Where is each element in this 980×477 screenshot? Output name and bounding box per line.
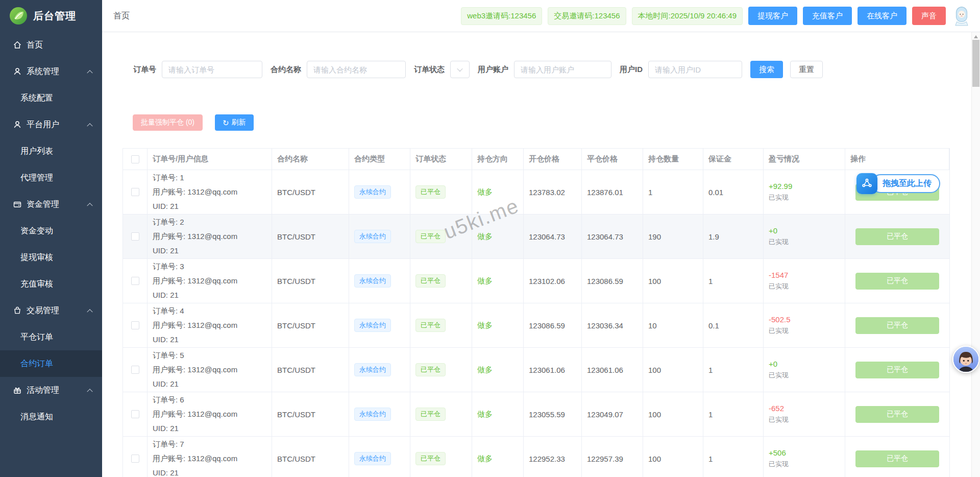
topbar-button[interactable]: 声音 [912, 7, 946, 25]
close-price-cell: 123049.07 [582, 392, 643, 436]
order-status-cell: 已平仓 [410, 259, 472, 303]
sidebar-item[interactable]: 消息通知 [0, 403, 102, 430]
order-no: 订单号: 4 [153, 304, 184, 318]
order-no-input[interactable] [162, 61, 262, 78]
column-header: 订单号/用户信息 [148, 149, 272, 170]
sidebar-item[interactable]: 平台用户 [0, 111, 102, 138]
breadcrumb[interactable]: 首页 [113, 11, 130, 21]
topbar-button[interactable]: 在线客户 [857, 7, 906, 25]
contract-type-cell: 永续合约 [349, 259, 410, 303]
chevron-up-icon [87, 70, 92, 76]
sidebar-item[interactable]: 首页 [0, 32, 102, 58]
sidebar-item[interactable]: 活动管理 [0, 377, 102, 403]
column-header: 平仓价格 [582, 149, 643, 170]
main-content: 订单号 合约名称 订单状态 用户账户 用户ID 搜索 重置 批 [102, 32, 971, 477]
order-status-tag: 已平仓 [415, 452, 446, 465]
close-position-button[interactable]: 已平仓 [855, 228, 939, 245]
operation-cell: 已平仓 [845, 259, 949, 303]
sidebar-item[interactable]: 平仓订单 [0, 324, 102, 350]
margin-cell: 1 [703, 259, 764, 303]
topbar-button[interactable]: 提现客户 [748, 7, 797, 25]
filter-label: 用户账户 [478, 65, 508, 75]
pnl-value: +506 [769, 448, 786, 457]
close-position-button[interactable]: 已平仓 [855, 450, 939, 467]
row-checkbox[interactable] [131, 321, 139, 329]
sidebar-item[interactable]: 代理管理 [0, 164, 102, 191]
sidebar-item-label: 首页 [27, 40, 43, 51]
filter-user-account: 用户账户 [478, 61, 611, 78]
close-position-button[interactable]: 已平仓 [855, 406, 939, 423]
scrollbar-up-arrow-icon[interactable] [974, 35, 978, 38]
row-checkbox[interactable] [131, 366, 139, 374]
sidebar-item[interactable]: 用户列表 [0, 138, 102, 164]
user-account-input[interactable] [514, 61, 611, 78]
row-checkbox[interactable] [131, 410, 139, 418]
close-position-button[interactable]: 已平仓 [855, 362, 939, 378]
direction-cell: 做多 [472, 170, 524, 214]
order-status-tag: 已平仓 [415, 230, 446, 243]
order-status-cell: 已平仓 [410, 170, 472, 214]
sidebar-item[interactable]: 系统管理 [0, 58, 102, 85]
row-checkbox[interactable] [131, 188, 139, 196]
logo-leaf-icon [9, 7, 28, 25]
close-position-button[interactable]: 已平仓 [855, 273, 939, 290]
order-status-select[interactable] [450, 61, 470, 78]
row-checkbox[interactable] [131, 277, 139, 285]
open-price-cell: 122952.33 [524, 437, 582, 477]
pnl-cell: -1547 已实现 [764, 259, 845, 303]
sidebar-item-label: 资金管理 [27, 199, 59, 210]
user-avatar[interactable] [953, 5, 971, 27]
operation-cell: 已平仓 [845, 437, 949, 477]
quantity-cell: 100 [643, 392, 703, 436]
sidebar-item[interactable]: 合约订单 [0, 350, 102, 377]
sidebar-item[interactable]: 资金管理 [0, 191, 102, 218]
order-status-cell: 已平仓 [410, 392, 472, 436]
operation-cell: 已平仓 [845, 348, 949, 392]
service-avatar[interactable] [952, 346, 979, 373]
order-info-cell: 订单号: 4 用户账号: 1312@qq.com UID: 21 [148, 303, 272, 347]
vertical-scrollbar[interactable] [971, 32, 980, 477]
sidebar-item[interactable]: 资金变动 [0, 218, 102, 244]
user-account: 用户账号: 1312@qq.com [153, 229, 237, 244]
sidebar-item[interactable]: 提现审核 [0, 244, 102, 271]
contract-type-tag: 永续合约 [354, 230, 391, 243]
quantity-cell: 100 [643, 437, 703, 477]
user-uid: UID: 21 [153, 377, 179, 391]
table-row: 订单号: 6 用户账号: 1312@qq.com UID: 21 BTC/USD… [123, 392, 949, 437]
direction-cell: 做多 [472, 392, 524, 436]
drop-upload-overlay[interactable]: 拖拽至此上传 [856, 173, 940, 194]
margin-cell: 0.01 [703, 170, 764, 214]
pnl-realized-label: 已实现 [769, 282, 789, 291]
info-badge: 交易邀请码:123456 [548, 7, 626, 25]
open-price-cell: 123061.06 [524, 348, 582, 392]
sidebar-item[interactable]: 交易管理 [0, 297, 102, 324]
pnl-cell: +0 已实现 [764, 348, 845, 392]
contract-name-input[interactable] [307, 61, 406, 78]
sidebar-item-label: 交易管理 [27, 305, 59, 316]
select-all-checkbox[interactable] [131, 155, 139, 163]
close-position-button[interactable]: 已平仓 [855, 317, 939, 334]
quantity-cell: 10 [643, 303, 703, 347]
sidebar-item[interactable]: 系统配置 [0, 85, 102, 111]
filter-order-no: 订单号 [133, 61, 262, 78]
contract-name-cell: BTC/USDT [272, 170, 349, 214]
refresh-button[interactable]: ↻ 刷新 [215, 114, 254, 131]
user-id-input[interactable] [648, 61, 742, 78]
scrollbar-thumb[interactable] [972, 40, 979, 87]
chevron-up-icon [87, 309, 92, 315]
column-header: 开仓价格 [524, 149, 582, 170]
batch-force-close-button[interactable]: 批量强制平仓 (0) [133, 114, 203, 131]
topbar-button[interactable]: 充值客户 [803, 7, 852, 25]
row-checkbox[interactable] [131, 455, 139, 463]
sidebar-item-icon [12, 120, 22, 130]
row-checkbox[interactable] [131, 232, 139, 241]
user-account: 用户账号: 1312@qq.com [153, 318, 237, 332]
sidebar-item-label: 充值审核 [20, 279, 53, 290]
reset-button[interactable]: 重置 [790, 61, 823, 78]
search-button[interactable]: 搜索 [750, 61, 783, 78]
open-price-cell: 123086.59 [524, 303, 582, 347]
sidebar-item-label: 平台用户 [27, 120, 59, 130]
sidebar-item[interactable]: 充值审核 [0, 271, 102, 297]
sidebar-item-label: 代理管理 [20, 173, 53, 183]
column-header: 合约名称 [272, 149, 349, 170]
